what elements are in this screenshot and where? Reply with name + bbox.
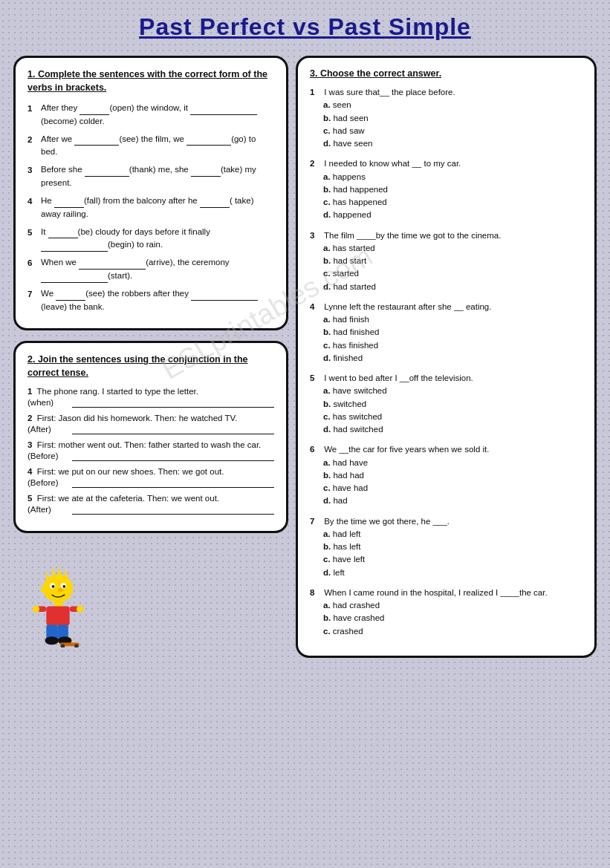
right-column: 3. Choose the correct answer. 1 I was su…: [296, 56, 597, 658]
question-3: 3 The film ____by the time we got to the…: [310, 229, 583, 293]
question-7: 7 By the time we got there, he ___. a. h…: [310, 515, 583, 579]
svg-point-8: [62, 585, 65, 588]
options-6: a. had have b. had had c. have had d. ha…: [323, 457, 583, 508]
options-3: a. has started b. had start c. started d…: [323, 242, 583, 293]
conj-item-4: 4 First: we put on our new shoes. Then: …: [27, 467, 274, 488]
svg-point-15: [33, 606, 39, 613]
question-8: 8 When I came round in the hospital, I r…: [310, 587, 583, 638]
conj-item-3: 3 First: mother went out. Then: father s…: [27, 440, 274, 461]
page-title: Past Perfect vs Past Simple: [0, 0, 610, 48]
conj-item-2: 2 First: Jason did his homework. Then: h…: [27, 414, 274, 434]
sentence-4: 4 He (fall) from the balcony after he ( …: [27, 195, 274, 221]
bart-character: [13, 551, 103, 647]
svg-point-10: [58, 588, 63, 593]
options-8: a. had crashed b. have crashed c. crashe…: [323, 599, 583, 638]
question-2: 2 I needed to know what __ to my car. a.…: [310, 157, 583, 221]
options-1: a. seen b. had seen c. had saw d. have s…: [323, 99, 583, 150]
svg-point-9: [41, 587, 45, 592]
sentence-7: 7 We (see) the robbers after they (leave…: [27, 287, 274, 314]
options-2: a. happens b. had happened c. has happen…: [323, 171, 583, 222]
svg-point-4: [43, 575, 74, 603]
exercise3-box: 3. Choose the correct answer. 1 I was su…: [296, 56, 597, 658]
question-6: 6 We __the car for five years when we so…: [310, 443, 583, 507]
conj-item-5: 5 First: we ate at the cafeteria. Then: …: [27, 494, 274, 515]
question-4: 4 Lynne left the restaurant after she __…: [310, 301, 583, 365]
left-column: 1. Complete the sentences with the corre…: [13, 56, 288, 647]
svg-rect-11: [54, 601, 62, 607]
exercise2-box: 2. Join the sentences using the conjunct…: [13, 341, 288, 533]
exercise3-title: 3. Choose the correct answer.: [310, 68, 583, 79]
options-5: a. have switched b. switched c. has swit…: [323, 385, 583, 436]
question-5: 5 I went to bed after I __off the televi…: [310, 372, 583, 436]
exercise1-title: 1. Complete the sentences with the corre…: [27, 68, 274, 94]
options-7: a. had left b. has left c. have left d. …: [323, 528, 583, 579]
svg-point-19: [45, 637, 58, 645]
svg-rect-12: [46, 607, 69, 626]
sentence-6: 6 When we (arrive), the ceremony(start).: [27, 256, 274, 283]
conj-item-1: 1 The phone rang. I started to type the …: [27, 387, 274, 408]
sentence-2: 2 After we (see) the film, we (go) to be…: [27, 133, 274, 160]
sentence-5: 5 It (be) cloudy for days before it fina…: [27, 226, 274, 252]
exercise1-box: 1. Complete the sentences with the corre…: [13, 56, 288, 330]
exercise2-title: 2. Join the sentences using the conjunct…: [27, 353, 274, 379]
svg-point-16: [77, 606, 83, 613]
question-1: 1 I was sure that__ the place before. a.…: [310, 86, 583, 150]
options-4: a. had finish b. had finished c. has fin…: [323, 313, 583, 365]
svg-point-7: [52, 585, 55, 588]
sentence-1: 1 After they (open) the window, it (beco…: [27, 102, 274, 128]
sentence-3: 3 Before she (thank) me, she (take) my p…: [27, 163, 274, 190]
